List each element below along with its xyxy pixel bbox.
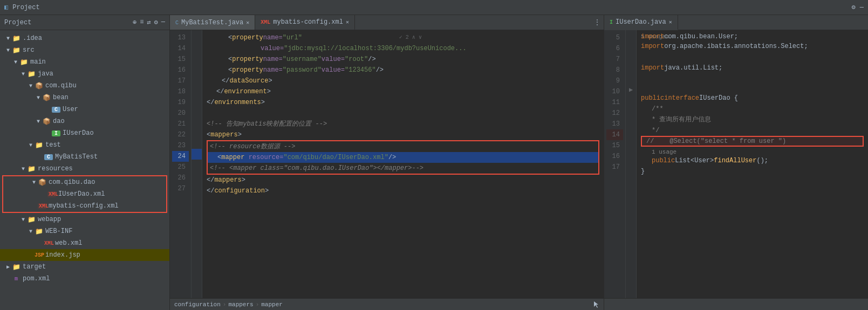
tag-24: mapper <box>221 154 244 161</box>
class-icon-user: C <box>52 107 60 113</box>
minimize-icon[interactable]: — <box>860 4 864 11</box>
cursor-svg <box>592 300 599 308</box>
folder-icon-idea: 📁 <box>12 35 20 43</box>
sidebar-item-iuserdao-xml[interactable]: XML IUserDao.xml <box>3 188 166 200</box>
sidebar-item-com-qibu[interactable]: ▼ 📦 com.qibu <box>0 80 169 92</box>
right-editor: 5 6 7 8 9 10 11 12 13 14 15 16 1 <box>604 30 868 310</box>
sidebar-icon-3[interactable]: ⇄ <box>147 18 151 26</box>
rln-5: 5 <box>606 32 623 43</box>
center-code-lines: <property name="url" ✓ 2 ∧ ∨ value="jdbc… <box>202 30 604 298</box>
gear-icon[interactable]: ⚙ <box>852 3 856 11</box>
tab-close-mybatistest[interactable]: ✕ <box>246 19 249 26</box>
pom-icon: m <box>12 276 20 282</box>
sidebar-label-dao: dao <box>53 118 65 125</box>
sidebar-item-pom-xml[interactable]: m pom.xml <box>0 273 169 285</box>
attr-15a: name= <box>263 54 283 65</box>
code-line-15: <property name="username" value="root"/> <box>207 54 599 65</box>
sidebar-item-src[interactable]: ▼ 📁 src <box>0 44 169 56</box>
brace-close: } <box>641 166 645 177</box>
folder-icon-test: 📁 <box>35 141 43 149</box>
breadcrumb-mappers: mappers <box>228 301 253 308</box>
kw-import-8: import <box>641 63 664 73</box>
sidebar-icon-5[interactable]: — <box>161 18 165 26</box>
mapper-tag-selected: <mapper resource="com/qibu/dao/IUserDao.… <box>217 152 396 163</box>
ln-15: 15 <box>172 54 189 65</box>
package-icon-com-qibu: 📦 <box>35 82 43 90</box>
tree-arrow-bean: ▼ <box>35 95 42 101</box>
package-icon-com-qibu-dao: 📦 <box>38 178 46 187</box>
right-line-numbers: 5 6 7 8 9 10 11 12 13 14 15 16 1 <box>604 30 626 298</box>
sidebar-item-resources[interactable]: ▼ 📁 resources <box>0 163 169 175</box>
sidebar-icon-2[interactable]: ≡ <box>140 18 143 26</box>
svg-marker-0 <box>594 301 598 308</box>
xml-icon-web: XML <box>44 240 53 246</box>
code-line-23: <!-- resource数据源 --> <box>208 141 598 152</box>
rln-17: 17 <box>606 162 623 173</box>
attr-15b: value= <box>322 54 345 65</box>
tab-mybatistest[interactable]: C MyBatisTest.java ✕ <box>170 15 255 30</box>
right-line-5: import com.qibu.bean.User; <box>641 32 864 41</box>
sidebar-item-web-xml[interactable]: XML web.xml <box>0 237 169 249</box>
bracket-15: < <box>228 54 232 65</box>
rln-11: 11 <box>606 97 623 108</box>
tab-mybatis-config[interactable]: XML mybatis-config.xml ✕ <box>255 15 355 30</box>
sidebar-item-main[interactable]: ▼ 📁 main <box>0 56 169 68</box>
sidebar-item-bean[interactable]: ▼ 📦 bean <box>0 92 169 104</box>
sidebar-item-mybatis-config-xml[interactable]: XML mybatis-config.xml <box>3 200 166 212</box>
sidebar-item-user[interactable]: C User <box>0 104 169 115</box>
editor-area: C MyBatisTest.java ✕ XML mybatis-config.… <box>170 15 868 310</box>
val-24: "com/qibu/dao/IUserDao.xml" <box>283 154 388 161</box>
jsp-icon-index: JSP <box>35 252 43 258</box>
sidebar-item-java[interactable]: ▼ 📁 java <box>0 68 169 80</box>
right-line-13: */ <box>641 125 864 136</box>
bracket-18: </ <box>216 86 224 97</box>
sidebar-item-target[interactable]: ▶ 📁 target <box>0 261 169 273</box>
sidebar-item-index-jsp[interactable]: JSP index.jsp <box>0 249 169 261</box>
sidebar: Project ⊕ ≡ ⇄ ⚙ — ▼ 📁 .idea <box>0 15 170 310</box>
sidebar-label-web-xml: web.xml <box>55 239 82 247</box>
sidebar-label-com-qibu-dao: com.qibu.dao <box>49 178 95 186</box>
right-code-lines: 5 usages import com.qibu.bean.User; impo… <box>637 30 868 298</box>
kw-import-5: import <box>641 31 664 42</box>
package-icon-dao: 📦 <box>42 118 51 126</box>
sidebar-item-com-qibu-dao[interactable]: ▼ 📦 com.qibu.dao <box>3 176 166 188</box>
code-line-13: <property name="url" ✓ 2 ∧ ∨ <box>207 32 599 43</box>
sidebar-item-test[interactable]: ▼ 📁 test <box>0 139 169 151</box>
folder-icon-src: 📁 <box>12 46 20 54</box>
tab-close-mybatis-config[interactable]: ✕ <box>346 19 349 25</box>
code-line-26: </mappers> <box>207 175 599 185</box>
tab-bar-more: ⋮ <box>594 15 604 30</box>
tree-arrow-main: ▼ <box>12 59 19 65</box>
tab-close-iuserdao[interactable]: ✕ <box>669 19 672 25</box>
sidebar-label-java: java <box>38 70 53 78</box>
sidebar-icon-4[interactable]: ⚙ <box>154 18 158 26</box>
sidebar-header-icons: ⊕ ≡ ⇄ ⚙ — <box>133 18 165 26</box>
import-5: com.qibu.bean.User; <box>664 31 738 42</box>
sidebar-item-iuserdao-class[interactable]: I IUserDao <box>0 127 169 139</box>
comment-25: <!-- <mapper class="com.qibu.dao.IUserDa… <box>210 163 423 174</box>
tag-19: environments <box>214 97 261 108</box>
tab-bars-row: C MyBatisTest.java ✕ XML mybatis-config.… <box>170 15 868 30</box>
tab-icon-iuserdao: I <box>610 19 613 25</box>
sidebar-item-webinf[interactable]: ▼ 📁 WEB-INF <box>0 225 169 237</box>
list-type: List< <box>675 155 694 166</box>
sidebar-item-webapp[interactable]: ▼ 📁 webapp <box>0 213 169 225</box>
right-line-11: /** <box>641 104 864 114</box>
tab-icon-mybatistest: C <box>175 20 179 26</box>
rln-9: 9 <box>606 75 623 86</box>
tab-label-iuserdao: IUserDao.java <box>616 18 666 26</box>
sidebar-item-dao[interactable]: ▼ 📦 dao <box>0 115 169 127</box>
sidebar-item-idea[interactable]: ▼ 📁 .idea <box>0 32 169 44</box>
tree-arrow-com-qibu: ▼ <box>27 83 35 89</box>
comment-14: // @Select("select * from user ") <box>646 136 786 147</box>
sidebar-icon-1[interactable]: ⊕ <box>133 18 136 26</box>
sidebar-label-mybatistest: MyBatisTest <box>55 153 98 161</box>
tab-more-icon[interactable]: ⋮ <box>594 18 600 26</box>
tag-13: property <box>232 32 263 43</box>
tab-iuserdao[interactable]: I IUserDao.java ✕ <box>604 15 678 30</box>
tree-arrow-webapp: ▼ <box>19 217 27 223</box>
sidebar-item-mybatistest[interactable]: C MyBatisTest <box>0 151 169 163</box>
ide-container: ◧ Project ⚙ — Project ⊕ ≡ ⇄ ⚙ — ▼ <box>0 0 868 310</box>
rln-7: 7 <box>606 54 623 65</box>
bracket-22: < <box>207 129 210 140</box>
